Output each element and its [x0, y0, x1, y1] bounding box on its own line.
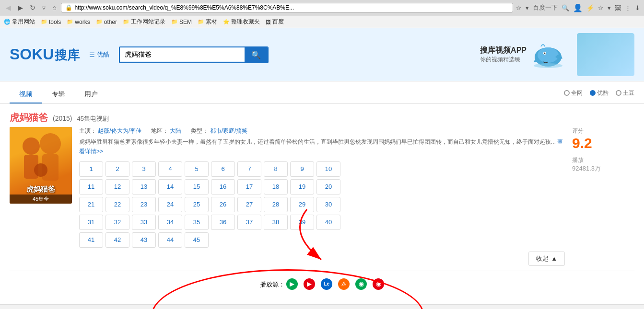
- bookmark-item-work-record[interactable]: 📁 工作网站记录: [123, 18, 165, 26]
- home-button[interactable]: ⌂: [50, 3, 58, 12]
- episode-button-43[interactable]: 43: [132, 232, 156, 248]
- source-icon-pptv[interactable]: ⁂: [338, 278, 350, 290]
- bookmark-item-works[interactable]: 📁 works: [67, 19, 90, 25]
- tab-user[interactable]: 用户: [75, 86, 107, 103]
- episode-button-5[interactable]: 5: [185, 161, 209, 177]
- episode-button-28[interactable]: 28: [264, 197, 288, 212]
- episode-button-31[interactable]: 31: [79, 215, 103, 230]
- episode-button-22[interactable]: 22: [105, 197, 129, 212]
- radio-tudou[interactable]: 土豆: [616, 89, 634, 97]
- radio-quanwang[interactable]: 全网: [564, 89, 583, 97]
- starring-link[interactable]: 赵薇/佟大为/李佳: [98, 127, 141, 134]
- episode-button-7[interactable]: 7: [237, 161, 261, 177]
- episode-button-13[interactable]: 13: [132, 179, 156, 195]
- tab-album[interactable]: 专辑: [42, 86, 75, 103]
- bookmark-star-icon[interactable]: ☆: [516, 4, 522, 11]
- episode-button-24[interactable]: 24: [158, 197, 182, 212]
- episode-button-26[interactable]: 26: [211, 197, 235, 212]
- reload-button[interactable]: ↻: [28, 3, 37, 12]
- photo-icon[interactable]: 🖼: [615, 4, 621, 11]
- episode-button-42[interactable]: 42: [105, 232, 129, 248]
- result-year: (2015): [53, 114, 72, 122]
- browser-toolbar: ◀ ▶ ↻ ▿ ⌂ 🔒 ☆ ▾ 百度一下 🔍 👤 ⚡ ☆ ▾ 🖼 ⋮ ⬇: [0, 0, 644, 15]
- star-icon[interactable]: ☆: [598, 4, 604, 11]
- tab-video[interactable]: 视频: [10, 86, 42, 103]
- tabs-container: 视频 专辑 用户 全网 优酷: [10, 86, 634, 103]
- collapse-button[interactable]: 收起 ▲: [528, 252, 565, 266]
- history-button[interactable]: ▿: [40, 3, 47, 12]
- episode-button-4[interactable]: 4: [158, 161, 182, 177]
- episode-button-44[interactable]: 44: [158, 232, 182, 248]
- episode-button-15[interactable]: 15: [185, 179, 209, 195]
- episode-button-33[interactable]: 33: [132, 215, 156, 230]
- episode-button-45[interactable]: 45: [185, 232, 209, 248]
- source-icon-letv[interactable]: ▶: [304, 278, 315, 290]
- episode-button-32[interactable]: 32: [105, 215, 129, 230]
- search-input[interactable]: [120, 48, 245, 61]
- type-link[interactable]: 都市/家庭/搞笑: [210, 127, 248, 134]
- episode-button-19[interactable]: 19: [290, 179, 314, 195]
- episode-button-8[interactable]: 8: [264, 161, 288, 177]
- region-link[interactable]: 大陆: [170, 127, 181, 134]
- episode-button-2[interactable]: 2: [105, 161, 129, 177]
- episode-button-3[interactable]: 3: [132, 161, 156, 177]
- episode-button-17[interactable]: 17: [237, 179, 261, 195]
- episode-button-23[interactable]: 23: [132, 197, 156, 212]
- works-folder-icon: 📁: [67, 19, 73, 25]
- search-box: 🔍: [119, 46, 269, 63]
- episode-button-34[interactable]: 34: [158, 215, 182, 230]
- episode-button-37[interactable]: 37: [237, 215, 261, 230]
- lightning-icon[interactable]: ⚡: [586, 4, 594, 11]
- source-icon-le[interactable]: Le: [321, 278, 332, 290]
- address-input[interactable]: [74, 4, 509, 11]
- episode-button-20[interactable]: 20: [316, 179, 340, 195]
- dropdown-arrow[interactable]: ▾: [608, 4, 611, 11]
- source-icon-iqiyi[interactable]: ▶: [286, 278, 298, 290]
- logo[interactable]: SOKU 搜库: [10, 46, 80, 64]
- bookmark-item-baidu[interactable]: 🖼 百度: [266, 18, 284, 26]
- episode-button-38[interactable]: 38: [264, 215, 288, 230]
- search-trigger-icon[interactable]: 🔍: [562, 4, 569, 11]
- more-icon[interactable]: ...: [634, 305, 640, 309]
- other-folder-icon: 📁: [96, 19, 103, 25]
- search-button[interactable]: 🔍: [245, 47, 268, 62]
- bookmark-item-organize[interactable]: ⭐ 整理收藏夹: [223, 18, 260, 26]
- episode-button-21[interactable]: 21: [79, 197, 103, 212]
- episode-button-36[interactable]: 36: [211, 215, 235, 230]
- episode-button-14[interactable]: 14: [158, 179, 182, 195]
- episode-button-6[interactable]: 6: [211, 161, 235, 177]
- episode-button-30[interactable]: 30: [316, 197, 340, 212]
- bookmark-item-sem[interactable]: 📁 SEM: [171, 19, 192, 25]
- back-button[interactable]: ◀: [4, 3, 13, 12]
- bookmark-item-sucai[interactable]: 📁 素材: [198, 18, 217, 26]
- episode-button-16[interactable]: 16: [211, 179, 235, 195]
- menu-icon[interactable]: ▾: [526, 4, 529, 11]
- result-poster[interactable]: 爱奇艺剧场 超清 虎妈猫爸 45集全: [10, 127, 72, 204]
- episode-button-1[interactable]: 1: [79, 161, 103, 177]
- source-icon-youku[interactable]: ◉: [373, 278, 384, 290]
- episode-button-29[interactable]: 29: [290, 197, 314, 212]
- episode-button-40[interactable]: 40: [316, 215, 340, 230]
- episode-button-18[interactable]: 18: [264, 179, 288, 195]
- tools-icon[interactable]: ⋮: [625, 4, 631, 11]
- bookmark-item-tools[interactable]: 📁 tools: [41, 19, 61, 25]
- result-details: 主演： 赵薇/佟大为/李佳 地区： 大陆 类型： 都市/家庭/搞笑: [79, 127, 565, 266]
- radio-youku[interactable]: 优酷: [590, 89, 609, 97]
- episode-button-27[interactable]: 27: [237, 197, 261, 212]
- episode-button-10[interactable]: 10: [316, 161, 340, 177]
- forward-button[interactable]: ▶: [16, 3, 25, 12]
- site-header: SOKU 搜库 ☰ 优酷 🔍 搜库视频APP 你的视频精选臻: [0, 28, 644, 81]
- episode-button-9[interactable]: 9: [290, 161, 314, 177]
- episode-button-12[interactable]: 12: [105, 179, 129, 195]
- episode-button-41[interactable]: 41: [79, 232, 103, 248]
- episode-button-11[interactable]: 11: [79, 179, 103, 195]
- episode-button-35[interactable]: 35: [185, 215, 209, 230]
- user-icon[interactable]: 👤: [573, 3, 583, 12]
- episode-button-39[interactable]: 39: [290, 215, 314, 230]
- bookmark-item-other[interactable]: 📁 other: [96, 19, 117, 25]
- download-icon[interactable]: ⬇: [635, 4, 640, 11]
- menu-button[interactable]: ☰ 优酷: [89, 50, 109, 59]
- source-icon-iqiyi2[interactable]: ◉: [355, 278, 367, 290]
- bookmark-item-changyon[interactable]: 🌐 常用网站: [4, 18, 35, 26]
- episode-button-25[interactable]: 25: [185, 197, 209, 212]
